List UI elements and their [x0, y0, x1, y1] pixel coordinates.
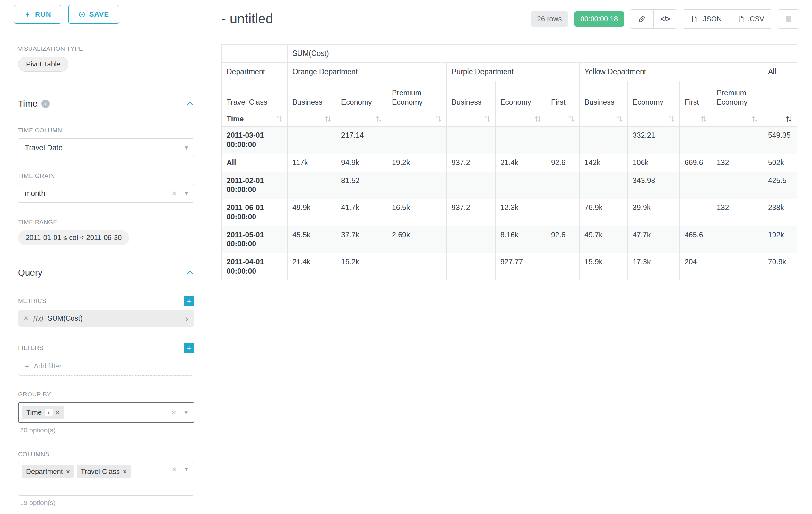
- chevron-down-icon[interactable]: ▾: [184, 190, 188, 197]
- sort-icon[interactable]: [700, 115, 707, 123]
- sort-icon[interactable]: [435, 115, 442, 123]
- sortable-column-header[interactable]: [387, 111, 447, 127]
- remove-chip-icon[interactable]: ×: [123, 468, 127, 476]
- columns-select[interactable]: Department×Travel Class× × ▾: [18, 462, 194, 496]
- sort-icon[interactable]: [376, 115, 382, 123]
- remove-chip-icon[interactable]: ×: [56, 409, 60, 416]
- view-query-button[interactable]: </>: [654, 10, 676, 28]
- dimension-chip[interactable]: Travel Class×: [77, 465, 130, 478]
- sort-desc-icon[interactable]: [786, 115, 792, 123]
- pivot-value-cell: [680, 199, 712, 226]
- time-grain-select[interactable]: month × ▾: [18, 184, 194, 203]
- time-section-title: Time: [18, 99, 37, 109]
- pivot-corner-cell: [222, 45, 288, 63]
- pivot-value-cell: [680, 171, 712, 199]
- row-dimension-time[interactable]: Time: [222, 111, 288, 127]
- chart-title[interactable]: - untitled: [222, 11, 273, 27]
- row-label: 2011-03-01 00:00:00: [222, 127, 288, 154]
- sort-icon[interactable]: [484, 115, 490, 123]
- export-csv-button[interactable]: .CSV: [729, 10, 772, 28]
- clear-icon[interactable]: ×: [171, 408, 176, 417]
- pivot-value-cell: [447, 253, 496, 280]
- sortable-column-header[interactable]: [496, 111, 546, 127]
- sortable-column-header[interactable]: [546, 111, 580, 127]
- time-range-pill[interactable]: 2011-01-01 ≤ col < 2011-06-30: [18, 230, 129, 245]
- export-json-label: .JSON: [701, 15, 722, 23]
- remove-metric-icon[interactable]: ×: [24, 314, 28, 323]
- time-section-header[interactable]: Time i: [18, 99, 194, 109]
- sort-icon[interactable]: [616, 115, 622, 123]
- pivot-value-cell: 142k: [580, 154, 628, 171]
- sortable-column-header[interactable]: [628, 111, 680, 127]
- pivot-value-cell: 937.2: [447, 199, 496, 226]
- visualization-type-pill[interactable]: Pivot Table: [18, 57, 68, 72]
- pivot-value-cell: 937.2: [447, 154, 496, 171]
- pivot-value-cell: [387, 171, 447, 199]
- more-options-button[interactable]: [778, 10, 799, 28]
- chevron-right-icon[interactable]: ›: [185, 313, 188, 324]
- chevron-up-icon[interactable]: [186, 269, 194, 277]
- dimension-chip[interactable]: Timei×: [23, 406, 63, 419]
- add-filter-button[interactable]: +: [184, 343, 194, 353]
- share-button-group: </>: [630, 9, 677, 29]
- sort-icon[interactable]: [325, 115, 331, 123]
- pivot-value-cell: [496, 171, 546, 199]
- pivot-value-cell: 217.14: [336, 127, 387, 154]
- sort-icon[interactable]: [668, 115, 675, 123]
- pivot-value-cell: 76.9k: [580, 199, 628, 226]
- metric-chip[interactable]: × ƒ(x) SUM(Cost) ›: [18, 310, 194, 327]
- sort-icon[interactable]: [276, 115, 283, 123]
- query-section-header[interactable]: Query: [18, 268, 194, 278]
- add-filter-dropzone[interactable]: + Add filter: [18, 357, 194, 376]
- travel-class-header: First: [546, 81, 580, 111]
- pivot-value-cell: 49.7k: [580, 226, 628, 253]
- dimension-chip[interactable]: Department×: [22, 465, 74, 478]
- sortable-column-header[interactable]: [763, 111, 797, 127]
- clear-icon[interactable]: ×: [172, 189, 176, 197]
- pivot-value-cell: 92.6: [546, 226, 580, 253]
- pivot-value-cell: 92.6: [546, 154, 580, 171]
- clear-icon[interactable]: ×: [172, 465, 176, 474]
- pivot-value-cell: 15.9k: [580, 253, 628, 280]
- pivot-value-cell: [496, 127, 546, 154]
- pivot-row: 2011-02-01 00:00:0081.52343.98425.5: [222, 171, 797, 199]
- pivot-value-cell: 12.3k: [496, 199, 546, 226]
- travel-class-header: Business: [580, 81, 628, 111]
- run-button[interactable]: RUN: [14, 5, 61, 24]
- pivot-value-cell: 927.77: [496, 253, 546, 280]
- sort-icon[interactable]: [752, 115, 758, 123]
- sortable-column-header[interactable]: [336, 111, 387, 127]
- chart-panel: - untitled 26 rows 00:00:00.18 </> .JSON: [205, 0, 812, 514]
- pivot-value-cell: [546, 199, 580, 226]
- remove-chip-icon[interactable]: ×: [66, 468, 70, 476]
- export-json-button[interactable]: .JSON: [683, 10, 729, 28]
- travel-class-header: Economy: [628, 81, 680, 111]
- pivot-value-cell: 49.9k: [288, 199, 336, 226]
- sortable-column-header[interactable]: [680, 111, 712, 127]
- add-metric-button[interactable]: +: [184, 296, 194, 306]
- code-icon: </>: [661, 15, 670, 23]
- chevron-up-icon[interactable]: [186, 100, 194, 108]
- save-button[interactable]: SAVE: [68, 5, 119, 24]
- time-column-select[interactable]: Travel Date ▾: [18, 138, 194, 157]
- copy-link-button[interactable]: [630, 10, 654, 28]
- chevron-down-icon[interactable]: ▾: [184, 465, 188, 473]
- sortable-column-header[interactable]: [580, 111, 628, 127]
- pivot-value-cell: 238k: [763, 199, 797, 226]
- sortable-column-header[interactable]: [288, 111, 336, 127]
- sortable-column-header[interactable]: [447, 111, 496, 127]
- columns-chips: Department×Travel Class×: [22, 465, 134, 478]
- travel-class-header: Business: [447, 81, 496, 111]
- travel-class-header: Premium Economy: [387, 81, 447, 111]
- sort-icon[interactable]: [568, 115, 575, 123]
- pivot-value-cell: 502k: [763, 154, 797, 171]
- chart-header-actions: 26 rows 00:00:00.18 </> .JSON: [531, 9, 799, 29]
- chevron-down-icon[interactable]: ▾: [184, 409, 188, 416]
- chevron-down-icon[interactable]: ▾: [184, 144, 188, 152]
- group-by-select[interactable]: Timei× × ▾: [18, 402, 194, 423]
- run-label: RUN: [35, 10, 51, 19]
- pivot-value-cell: 45.5k: [288, 226, 336, 253]
- sort-icon[interactable]: [535, 115, 541, 123]
- sortable-column-header[interactable]: [712, 111, 763, 127]
- control-panel-body: VISUALIZATION TYPE Pivot Table Time i TI…: [0, 31, 205, 507]
